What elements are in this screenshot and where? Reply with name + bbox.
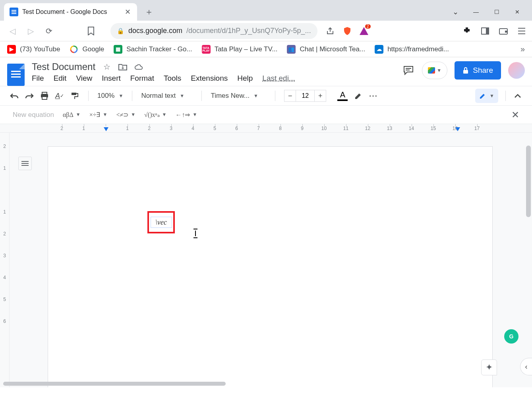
- redo-icon[interactable]: [25, 91, 34, 101]
- close-equation-toolbar-icon[interactable]: ✕: [511, 109, 519, 120]
- window-close-icon[interactable]: ✕: [513, 8, 522, 16]
- star-icon[interactable]: ☆: [103, 62, 111, 71]
- menu-file[interactable]: File: [32, 74, 44, 83]
- editing-mode-button[interactable]: ▼: [475, 89, 498, 103]
- sidebar-toggle-icon[interactable]: [480, 26, 490, 36]
- comments-icon[interactable]: [402, 64, 415, 77]
- share-button[interactable]: Share: [455, 61, 501, 80]
- more-options-icon[interactable]: ⋯: [368, 91, 378, 101]
- browser-tab[interactable]: Test Document - Google Docs ✕: [4, 3, 137, 21]
- chevron-down-icon: ▼: [76, 112, 81, 118]
- ruler-mark: 4: [182, 126, 204, 131]
- spellcheck-icon[interactable]: A✓: [55, 91, 64, 101]
- undo-icon[interactable]: [10, 91, 19, 101]
- left-indent-marker[interactable]: [104, 127, 108, 131]
- move-folder-icon[interactable]: [118, 62, 127, 71]
- bookmark-outline-icon[interactable]: [84, 24, 98, 38]
- meet-button[interactable]: ▼: [422, 62, 447, 79]
- svg-rect-9: [42, 92, 47, 94]
- bookmark-tataplay[interactable]: TATAPLAYTata Play – Live TV...: [202, 45, 278, 54]
- ruler-mark: 11: [335, 126, 357, 131]
- wallet-icon[interactable]: [499, 26, 508, 36]
- docs-header: Test Document ☆ File Edit View Insert Fo…: [0, 57, 532, 86]
- menu-help[interactable]: Help: [237, 74, 253, 83]
- ruler-mark: 13: [379, 126, 400, 131]
- nav-forward-button[interactable]: ▷: [24, 24, 37, 38]
- new-equation-label[interactable]: New equation: [13, 111, 54, 119]
- account-avatar[interactable]: [508, 62, 525, 79]
- new-tab-button[interactable]: ＋: [142, 5, 156, 19]
- menu-tools[interactable]: Tools: [164, 74, 181, 83]
- menu-format[interactable]: Format: [130, 74, 154, 83]
- paragraph-style-select[interactable]: Normal text▼: [141, 92, 193, 100]
- explore-button[interactable]: ✦: [481, 359, 497, 375]
- separator: [505, 91, 506, 101]
- window-maximize-icon[interactable]: ☐: [492, 8, 501, 16]
- vertical-scrollbar[interactable]: [526, 146, 531, 217]
- paint-format-icon[interactable]: [70, 91, 79, 101]
- eq-relations-group[interactable]: <≠⊃▼: [116, 111, 135, 118]
- svg-rect-3: [505, 31, 508, 33]
- nav-back-button[interactable]: ◁: [6, 24, 19, 38]
- docs-title-row: Test Document ☆: [32, 61, 395, 72]
- ruler-mark: 8: [269, 126, 291, 131]
- print-icon[interactable]: [40, 91, 49, 101]
- menu-view[interactable]: View: [76, 74, 92, 83]
- show-side-panel-button[interactable]: ‹: [520, 358, 532, 375]
- window-controls: ⌄ — ☐ ✕: [451, 8, 532, 16]
- horizontal-scrollbar[interactable]: [3, 382, 226, 386]
- text-color-button[interactable]: A: [337, 91, 348, 101]
- bookmark-onedrive[interactable]: ☁https://framedmedi...: [375, 45, 449, 54]
- eq-math-group[interactable]: √()xⁿₐ▼: [144, 111, 166, 118]
- show-outline-button[interactable]: [18, 157, 32, 170]
- svg-rect-11: [42, 97, 47, 99]
- horizontal-ruler[interactable]: 211234567891011121314151617: [0, 124, 532, 133]
- tab-search-icon[interactable]: ⌄: [451, 8, 460, 16]
- omnibox-actions: 2: [326, 27, 368, 35]
- extensions-icon[interactable]: [462, 26, 472, 36]
- cloud-icon: ☁: [375, 45, 383, 54]
- bookmarks-overflow-icon[interactable]: »: [520, 45, 525, 54]
- bookmark-google[interactable]: Google: [70, 45, 104, 54]
- address-bar[interactable]: 🔒 docs.google.com/document/d/1hP_y_UsnQ7…: [110, 23, 317, 39]
- eq-operators-group[interactable]: ×÷∃▼: [89, 111, 108, 118]
- brave-rewards-icon[interactable]: 2: [360, 27, 368, 35]
- eq-greek-group[interactable]: αβΔ▼: [63, 111, 81, 118]
- menu-insert[interactable]: Insert: [102, 74, 121, 83]
- docs-logo-icon[interactable]: [7, 64, 25, 86]
- tab-close-icon[interactable]: ✕: [124, 8, 132, 16]
- separator: [88, 91, 89, 101]
- last-edit-link[interactable]: Last edi...: [262, 74, 295, 83]
- document-title[interactable]: Test Document: [32, 61, 95, 72]
- bookmark-sheets[interactable]: ▦Sachin Tracker - Go...: [114, 45, 192, 54]
- vertical-ruler[interactable]: 21123456: [0, 133, 10, 387]
- text-cursor-icon: [193, 229, 198, 238]
- tab-strip: Test Document - Google Docs ✕ ＋ ⌄ — ☐ ✕: [0, 0, 532, 21]
- collapse-toolbar-icon[interactable]: [513, 91, 522, 101]
- eq-arrows-group[interactable]: ←↑⇒▼: [175, 111, 197, 118]
- cloud-status-icon[interactable]: [134, 62, 143, 71]
- highlight-color-icon[interactable]: [353, 91, 363, 101]
- grammarly-icon[interactable]: G: [504, 329, 518, 344]
- menu-extensions[interactable]: Extensions: [191, 74, 228, 83]
- font-decrease-button[interactable]: −: [284, 90, 296, 102]
- bookmark-label: Google: [82, 45, 104, 53]
- nav-reload-button[interactable]: ⟳: [42, 24, 56, 38]
- right-indent-marker[interactable]: [455, 127, 460, 131]
- bookmark-label: https://framedmedi...: [387, 45, 449, 53]
- sheets-icon: ▦: [114, 45, 122, 54]
- brave-shield-icon[interactable]: [343, 27, 352, 35]
- app-menu-icon[interactable]: [517, 26, 526, 36]
- bookmark-youtube[interactable]: ▶(73) YouTube: [7, 45, 60, 54]
- share-page-icon[interactable]: [326, 27, 335, 35]
- zoom-select[interactable]: 100%▼: [97, 92, 123, 100]
- window-minimize-icon[interactable]: —: [472, 8, 480, 16]
- font-size-input[interactable]: [296, 90, 314, 102]
- menu-edit[interactable]: Edit: [54, 74, 67, 83]
- equation-input[interactable]: \vec: [151, 217, 172, 228]
- ruler-mark: 14: [400, 126, 422, 131]
- document-page[interactable]: \vec: [48, 146, 493, 387]
- font-increase-button[interactable]: +: [314, 90, 326, 102]
- font-family-select[interactable]: Times New...▼: [211, 92, 266, 100]
- bookmark-teams[interactable]: 👥Chat | Microsoft Tea...: [287, 45, 365, 54]
